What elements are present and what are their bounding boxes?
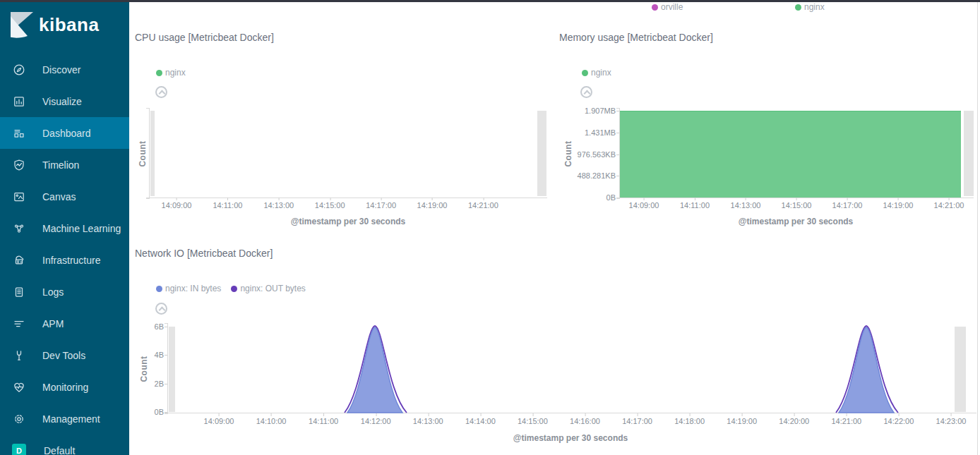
bar-chart-icon	[13, 95, 25, 108]
y-tick-label: 0B	[606, 193, 616, 202]
x-tick-label: 14:19:00	[883, 201, 914, 210]
space-d-badge: D	[12, 444, 26, 455]
y-tick-label: 4B	[155, 351, 164, 359]
compass-icon	[13, 63, 25, 76]
shield-chart-icon	[13, 159, 25, 171]
sidebar-item-infrastructure[interactable]: Infrastructure	[0, 244, 129, 276]
wrench-icon	[13, 349, 25, 362]
sidebar-item-label: Monitoring	[42, 382, 88, 393]
document-lines-icon	[13, 286, 25, 298]
x-tick-label: 14:19:00	[417, 201, 448, 210]
canvas-frame-icon	[13, 190, 25, 203]
legend-label: nginx	[165, 68, 186, 78]
y-tick-label: 0B	[155, 408, 164, 416]
sidebar-item-label: Visualize	[42, 96, 82, 107]
x-tick-label: 14:13:00	[731, 201, 761, 210]
x-tick-label: 14:21:00	[831, 417, 861, 425]
sidebar-item-label: Dashboard	[42, 128, 91, 139]
sidebar-item-label: Discover	[42, 64, 80, 75]
x-tick-label: 14:09:00	[204, 417, 234, 425]
cpu-x-ticks: 14:09:0014:11:0014:13:0014:15:0014:17:00…	[149, 201, 548, 210]
out-bytes-series-dot	[231, 286, 237, 292]
in-bytes-area-peak-2	[839, 327, 894, 413]
nginx-series-dot	[795, 4, 801, 11]
x-tick-label: 14:15:00	[518, 417, 548, 425]
x-tick-label: 14:17:00	[622, 417, 652, 425]
y-tick-label: 488.281KB	[578, 171, 616, 180]
memory-nginx-area-series	[620, 111, 961, 198]
kibana-dashboard-page: kibana Discover Visualize Dashboard Time…	[0, 0, 980, 455]
sidebar-item-label: Dev Tools	[42, 350, 85, 361]
top-panel-legend-2: nginx	[795, 2, 825, 12]
sidebar-item-dev-tools[interactable]: Dev Tools	[0, 339, 129, 371]
dashboard-grid-icon	[13, 127, 25, 140]
sidebar-item-visualize[interactable]: Visualize	[0, 85, 129, 117]
x-tick-label: 14:11:00	[309, 417, 338, 425]
x-tick-label: 14:11:00	[680, 201, 710, 210]
cpu-x-axis-title: @timestamp per 30 seconds	[291, 217, 405, 226]
x-tick-label: 14:18:00	[674, 417, 705, 425]
sidebar-item-management[interactable]: Management	[0, 403, 129, 435]
x-tick-label: 14:09:00	[629, 201, 659, 210]
sidebar-item-label: Management	[42, 413, 100, 425]
x-tick-label: 14:21:00	[934, 201, 964, 210]
x-tick-label: 14:23:00	[936, 417, 967, 425]
legend-item-orville[interactable]: orville	[652, 2, 683, 12]
x-tick-label: 14:13:00	[263, 201, 294, 210]
legend-item-nginx-out-bytes[interactable]: nginx: OUT bytes	[231, 284, 305, 293]
sidebar-nav: kibana Discover Visualize Dashboard Time…	[0, 2, 129, 455]
sidebar-item-timelion[interactable]: Timelion	[0, 149, 129, 181]
kibana-wordmark: kibana	[39, 14, 99, 36]
x-tick-label: 14:09:00	[162, 201, 192, 210]
network-legend: nginx: IN bytes nginx: OUT bytes	[156, 284, 306, 293]
network-x-axis-title: @timestamp per 30 seconds	[513, 433, 628, 443]
sidebar-item-apm[interactable]: APM	[0, 308, 129, 339]
x-tick-label: 14:15:00	[315, 201, 345, 210]
y-tick-label: 976.563KB	[578, 150, 616, 159]
legend-label: nginx	[804, 2, 825, 12]
x-tick-label: 14:11:00	[213, 201, 242, 210]
sidebar-item-monitoring[interactable]: Monitoring	[0, 371, 129, 403]
x-tick-label: 14:10:00	[256, 417, 287, 425]
nodes-icon	[13, 222, 25, 235]
network-x-ticks: 14:09:0014:10:0014:11:0014:12:0014:13:00…	[167, 417, 976, 426]
orville-series-dot	[652, 4, 658, 11]
sidebar-item-label: Timelion	[42, 159, 79, 171]
cpu-right-endzone	[537, 111, 546, 196]
sidebar-item-machine-learning[interactable]: Machine Learning	[0, 212, 129, 244]
text-lines-icon	[13, 317, 25, 330]
x-tick-label: 14:17:00	[366, 201, 396, 210]
x-tick-label: 14:14:00	[465, 417, 496, 425]
gear-icon	[13, 413, 25, 425]
x-tick-label: 14:20:00	[779, 417, 809, 425]
y-tick-label: 1.431MB	[585, 128, 616, 137]
sidebar-item-default-space[interactable]: D Default	[0, 435, 129, 455]
network-io-series-chart	[167, 323, 976, 413]
sidebar-item-canvas[interactable]: Canvas	[0, 181, 129, 212]
legend-label: nginx: IN bytes	[165, 284, 221, 293]
cpu-x-axis-line	[146, 198, 547, 198]
kibana-logo-icon[interactable]	[7, 10, 35, 38]
x-tick-label: 14:17:00	[832, 201, 863, 210]
sidebar-item-label: Canvas	[42, 191, 76, 202]
sidebar-item-logs[interactable]: Logs	[0, 276, 129, 308]
sidebar-item-discover[interactable]: Discover	[0, 54, 129, 85]
legend-item-nginx[interactable]: nginx	[795, 2, 825, 12]
sidebar-item-label: Machine Learning	[42, 223, 121, 234]
memory-y-ticks: 1.907MB1.431MB976.563KB488.281KB0B	[558, 0, 616, 212]
content-right-border	[977, 2, 978, 455]
sidebar-item-label: Default	[44, 445, 75, 455]
in-bytes-area-peak-1	[347, 327, 402, 413]
y-tick-label: 2B	[155, 380, 164, 388]
cpu-plot-area[interactable]	[150, 109, 547, 198]
x-tick-label: 14:21:00	[468, 201, 498, 210]
memory-x-ticks: 14:09:0014:11:0014:13:0014:15:0014:17:00…	[619, 201, 976, 210]
legend-label: orville	[661, 2, 683, 12]
sidebar-item-dashboard[interactable]: Dashboard	[0, 117, 129, 149]
top-panel-legend: orville	[652, 2, 683, 12]
x-tick-label: 14:19:00	[727, 417, 757, 425]
legend-label: nginx: OUT bytes	[240, 284, 305, 293]
legend-item-nginx-in-bytes[interactable]: nginx: IN bytes	[156, 284, 221, 293]
x-tick-label: 14:12:00	[361, 417, 391, 425]
cloud-server-icon	[13, 254, 25, 267]
